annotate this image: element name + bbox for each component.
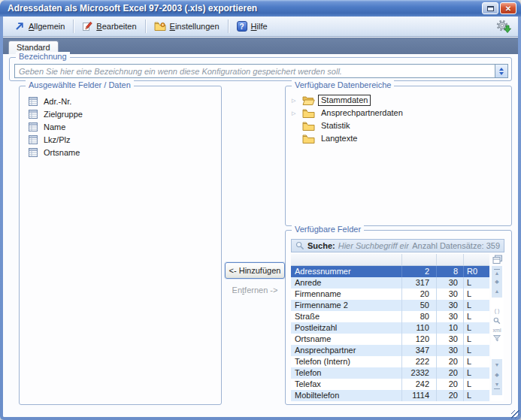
group-title-data-areas: Verfügbare Datenbereiche	[292, 80, 394, 89]
table-row[interactable]: Firmenname 20 30 L	[291, 289, 489, 300]
folder-icon	[302, 121, 315, 131]
cell-bezeichnung: Firmenname	[291, 289, 402, 300]
next-record-icon[interactable]: ▼	[491, 362, 503, 368]
selected-field-label: Adr.-Nr.	[44, 97, 71, 106]
table-icon	[29, 135, 38, 144]
cell-va: L	[464, 345, 489, 356]
close-button[interactable]: ✕	[500, 2, 516, 14]
selected-field-item[interactable]: Lkz/Plz	[29, 134, 217, 146]
cell-laenge: 20	[437, 379, 464, 390]
cell-bezeichnung: Mobiltelefon	[291, 390, 402, 401]
cell-laenge: 30	[437, 311, 464, 322]
table-row[interactable]: Telefax 242 20 L	[291, 379, 489, 390]
toolbar-separator	[145, 20, 146, 33]
table-row[interactable]: Ortsname 120 30 L	[291, 334, 489, 345]
tree-item-label: Statistik	[319, 121, 353, 131]
table-row[interactable]: Adressnummer 2 8 R0	[291, 266, 489, 277]
column-header[interactable]	[402, 254, 437, 265]
resize-grip[interactable]	[511, 410, 519, 418]
column-chooser-icon[interactable]	[492, 255, 503, 264]
selected-field-item[interactable]: Adr.-Nr.	[29, 95, 217, 107]
bezeichnung-input[interactable]	[15, 65, 495, 77]
cell-bezeichnung: Postleitzahl	[291, 322, 402, 334]
cell-bezeichnung: Firmenname 2	[291, 300, 402, 311]
toolbar-label-bearbeiten: Bearbeiten	[96, 22, 136, 31]
cell-va: L	[464, 277, 489, 289]
search-small-icon[interactable]	[491, 317, 503, 326]
first-record-icon[interactable]: ▲	[491, 269, 503, 276]
brackets-icon[interactable]: ( )	[491, 308, 503, 314]
cell-va: L	[464, 379, 489, 390]
cell-va: L	[464, 300, 489, 311]
page-up-icon[interactable]: ◆	[491, 279, 503, 285]
toolbar-item-hilfe[interactable]: ? Hilfe	[232, 19, 273, 34]
toolbar-label-hilfe: Hilfe	[251, 22, 268, 31]
cell-va: L	[464, 322, 489, 334]
cell-position: 110	[402, 322, 437, 334]
expand-arrow-icon[interactable]: ▷	[292, 110, 302, 116]
edit-pencil-icon	[82, 21, 92, 32]
table-row[interactable]: Straße 80 30 L	[291, 311, 489, 322]
last-record-icon[interactable]: ▼	[491, 382, 503, 389]
toolbar-label-allgemein: Allgemein	[29, 22, 65, 31]
expand-arrow-icon[interactable]: ▷	[292, 98, 302, 104]
titlebar[interactable]: Adressdaten als Microsoft Excel 97-2003 …	[0, 0, 521, 17]
table-row[interactable]: Ansprechpartner 347 30 L	[291, 345, 489, 356]
tree-item[interactable]: ▷ Ansprechpa	[292, 107, 507, 119]
toolbar-item-einstellungen[interactable]: Einstellungen	[149, 19, 225, 34]
table-row[interactable]: Firmenname 2 50 30 L	[291, 300, 489, 311]
cell-bezeichnung: Telefon (Intern)	[291, 356, 402, 367]
table-row[interactable]: Telefon (Intern) 222 20 L	[291, 356, 489, 367]
cell-position: 347	[402, 345, 437, 356]
toolbar-separator	[73, 20, 74, 33]
selected-field-label: Zielgruppe	[44, 110, 83, 119]
prev-record-icon[interactable]: ▲	[491, 289, 503, 295]
tree-item[interactable]: ▷ Stammdaten	[292, 94, 507, 107]
cell-va: L	[464, 334, 489, 345]
column-header[interactable]	[464, 254, 489, 265]
folder-icon	[302, 134, 315, 144]
toolbar-item-allgemein[interactable]: Allgemein	[9, 19, 70, 34]
selected-field-item[interactable]: Name	[29, 121, 217, 133]
remove-button[interactable]: Entfernen ->	[225, 286, 285, 295]
table-row[interactable]: Telefon 2332 20 L	[291, 367, 489, 379]
maximize-icon	[487, 6, 494, 11]
group-data-areas: Verfügbare Datenbereiche ▷	[285, 86, 512, 226]
help-icon: ?	[237, 21, 247, 32]
filter-icon[interactable]	[491, 335, 503, 343]
tree-item[interactable]: ▷ Statistik	[292, 119, 507, 132]
add-button[interactable]: <- Hinzufügen	[225, 262, 285, 279]
selected-field-item[interactable]: Ortsname	[29, 147, 217, 159]
search-input[interactable]: Suche: Hier Suchbegriff eingebe Anzahl D…	[291, 239, 504, 252]
cell-bezeichnung: Ansprechpartner	[291, 345, 402, 356]
column-header[interactable]	[291, 254, 402, 265]
cell-position: 222	[402, 356, 437, 367]
table-row[interactable]: Anrede 317 30 L	[291, 277, 489, 289]
bezeichnung-dropdown-button[interactable]	[495, 65, 507, 77]
cell-va: L	[464, 356, 489, 367]
toolbar: Allgemein Bearbeiten	[3, 17, 518, 37]
cell-bezeichnung: Anrede	[291, 277, 402, 289]
group-title-available-fields: Verfügbare Felder	[292, 225, 364, 234]
cell-va: R0	[464, 266, 489, 277]
cell-position: 80	[402, 311, 437, 322]
maximize-button[interactable]	[482, 2, 498, 14]
tree-item[interactable]: ▷ Langtexte	[292, 132, 507, 145]
xml-icon[interactable]: xml	[491, 328, 503, 334]
cell-va: L	[464, 390, 489, 401]
table-row[interactable]: Postleitzahl 110 10 L	[291, 322, 489, 334]
gear-export-icon[interactable]	[496, 20, 512, 33]
cell-bezeichnung: Ortsname	[291, 334, 402, 345]
selected-field-label: Ortsname	[44, 148, 80, 157]
arrow-up-right-icon	[14, 21, 25, 32]
selected-field-item[interactable]: Zielgruppe	[29, 108, 217, 120]
column-header[interactable]	[437, 254, 464, 265]
group-title-bezeichnung: Bezeichnung	[16, 52, 70, 61]
toolbar-separator	[228, 20, 229, 33]
table-row[interactable]: Mobiltelefon 1114 20 L	[291, 390, 489, 401]
toolbar-item-bearbeiten[interactable]: Bearbeiten	[77, 19, 141, 34]
cell-laenge: 8	[437, 266, 464, 277]
page-down-icon[interactable]: ◆	[491, 372, 503, 378]
cell-laenge: 30	[437, 277, 464, 289]
selected-field-label: Name	[44, 122, 65, 131]
